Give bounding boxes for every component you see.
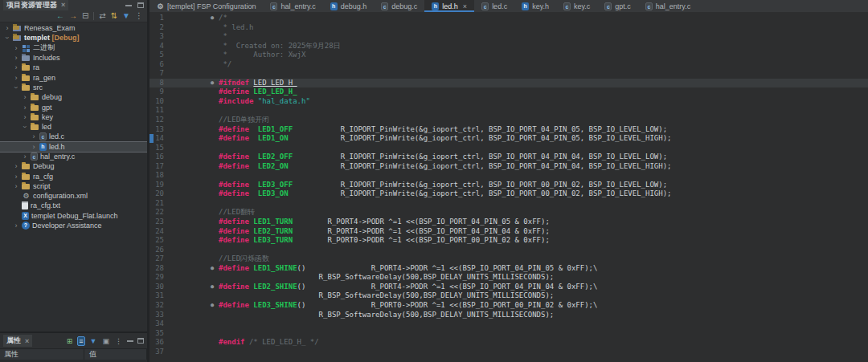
- fold-marker-icon[interactable]: ●: [211, 14, 214, 23]
- line-number[interactable]: 20: [149, 189, 164, 199]
- line-number[interactable]: 12: [149, 116, 164, 125]
- line-number[interactable]: 37: [149, 348, 164, 357]
- link-editor-icon[interactable]: ⇄: [99, 12, 105, 20]
- line-number[interactable]: 36: [149, 338, 164, 348]
- line-number[interactable]: 6: [149, 60, 164, 70]
- code-line[interactable]: 23#define LED1_TURN R_PORT4->PODR ^=1 <<…: [149, 218, 868, 227]
- tree-item-gpt[interactable]: ›gpt: [0, 102, 147, 112]
- tree-item-script[interactable]: ›script: [0, 181, 147, 191]
- code-line[interactable]: 9#define LED_LED_H_: [149, 87, 868, 97]
- close-icon[interactable]: ×: [25, 337, 29, 345]
- code-editor[interactable]: 1●/*2 * led.h3 *4 * Created on: 2025年9月2…: [149, 12, 868, 362]
- minimize-icon[interactable]: [125, 5, 132, 6]
- code-line[interactable]: 31 R_BSP_SoftwareDelay(500,BSP_DELAY_UNI…: [149, 291, 868, 301]
- expand-icon[interactable]: ›: [13, 182, 19, 190]
- tree-item-led[interactable]: ›led: [0, 122, 147, 132]
- code-line[interactable]: 16#define LED2_OFF R_IOPORT_PinWrite(&g_…: [149, 153, 868, 162]
- code-line[interactable]: 25#define LED3_TURN R_PORT0->PODR ^=1 <<…: [149, 236, 868, 246]
- code-line[interactable]: 11: [149, 106, 868, 116]
- fold-marker-icon[interactable]: ●: [211, 264, 214, 274]
- tree-item-hal_entry.c[interactable]: ›chal_entry.c: [0, 152, 147, 161]
- maximize-icon[interactable]: [137, 338, 144, 344]
- code-line[interactable]: 34: [149, 319, 868, 329]
- expand-icon[interactable]: ›: [22, 153, 28, 161]
- tree-item-Includes[interactable]: ›Includes: [0, 53, 147, 63]
- collapse-icon[interactable]: ›: [21, 124, 29, 130]
- code-line[interactable]: 4 * Created on: 2025年9月28日: [149, 42, 868, 51]
- line-number[interactable]: 13: [149, 125, 164, 135]
- expand-icon[interactable]: ›: [13, 44, 19, 52]
- tree-item-configuration.xml[interactable]: ⚙configuration.xml: [0, 191, 147, 201]
- code-line[interactable]: 6 */: [149, 60, 868, 70]
- editor-tab-debug.h[interactable]: hdebug.h: [323, 0, 375, 12]
- back-icon[interactable]: ←: [56, 12, 64, 20]
- editor-tab-debug.c[interactable]: cdebug.c: [374, 0, 424, 12]
- expand-icon[interactable]: ›: [22, 104, 28, 112]
- tree-item-二进制[interactable]: ›二进制: [0, 43, 147, 53]
- expand-icon[interactable]: ›: [22, 93, 28, 101]
- editor-tab-key.h[interactable]: hkey.h: [514, 0, 556, 12]
- line-number[interactable]: 16: [149, 153, 164, 162]
- code-line[interactable]: 33 R_BSP_SoftwareDelay(500,BSP_DELAY_UNI…: [149, 311, 868, 320]
- line-number[interactable]: 9: [149, 87, 164, 97]
- code-line[interactable]: 35: [149, 329, 868, 339]
- collapse-icon[interactable]: ›: [12, 84, 20, 91]
- line-number[interactable]: 7: [149, 69, 164, 79]
- tree-mode-icon[interactable]: ≡: [77, 336, 84, 346]
- expand-icon[interactable]: ›: [13, 162, 19, 170]
- maximize-icon[interactable]: [137, 2, 144, 8]
- view-menu-icon[interactable]: ⋮: [135, 12, 143, 20]
- line-number[interactable]: 19: [149, 181, 164, 190]
- tree-item-Debug[interactable]: ›Debug: [0, 161, 147, 171]
- code-line[interactable]: 15: [149, 144, 868, 153]
- expand-icon[interactable]: ›: [13, 173, 19, 181]
- code-line[interactable]: 30●#define LED2_SHINE() R_PORT4->PODR ^=…: [149, 283, 868, 292]
- line-number[interactable]: 15: [149, 144, 164, 153]
- line-number[interactable]: 34: [149, 319, 164, 329]
- tab-properties[interactable]: 属性 ×: [3, 335, 32, 347]
- line-number[interactable]: 23: [149, 218, 164, 227]
- show-categories-icon[interactable]: ⊞: [66, 337, 74, 345]
- project-tree[interactable]: ›Renesas_Exam›templet [Debug]›二进制›Includ…: [0, 22, 147, 331]
- line-number[interactable]: 3: [149, 32, 164, 42]
- code-line[interactable]: 7: [149, 69, 868, 79]
- pin-icon[interactable]: ▣: [101, 337, 110, 345]
- code-line[interactable]: 2 * led.h: [149, 23, 868, 33]
- code-line[interactable]: 28●#define LED1_SHINE() R_PORT4->PODR ^=…: [149, 264, 868, 274]
- expand-icon[interactable]: ›: [13, 54, 19, 62]
- line-number[interactable]: 22: [149, 208, 164, 218]
- tree-item-led.c[interactable]: ›cled.c: [0, 132, 147, 141]
- expand-icon[interactable]: ›: [31, 132, 37, 140]
- expand-icon[interactable]: ›: [13, 222, 19, 230]
- value-column-header[interactable]: 值: [84, 349, 147, 360]
- collapse-icon[interactable]: ›: [3, 35, 11, 41]
- code-line[interactable]: 36#endif /* LED_LED_H_ */: [149, 338, 868, 348]
- code-line[interactable]: 29 R_BSP_SoftwareDelay(500,BSP_DELAY_UNI…: [149, 273, 868, 283]
- tree-item-led.h[interactable]: ›hled.h: [0, 142, 147, 152]
- line-number[interactable]: 4: [149, 42, 164, 51]
- tree-item-Renesas_Exam[interactable]: ›Renesas_Exam: [0, 23, 147, 33]
- editor-tab-led.h[interactable]: hled.h×: [424, 0, 474, 12]
- code-line[interactable]: 17#define LED2_ON R_IOPORT_PinWrite(&g_i…: [149, 162, 868, 172]
- editor-tab-hal-entry.c[interactable]: chal_entry.c: [638, 0, 698, 12]
- code-line[interactable]: 3 *: [149, 32, 868, 42]
- expand-icon[interactable]: ›: [13, 74, 19, 82]
- line-number[interactable]: 21: [149, 199, 164, 209]
- tree-item-templet Debug_Flat.launch[interactable]: Xtemplet Debug_Flat.launch: [0, 211, 147, 221]
- code-line[interactable]: 5 * Author: XwjX: [149, 51, 868, 60]
- code-line[interactable]: 8●#ifndef LED_LED_H_: [149, 79, 868, 88]
- code-line[interactable]: 24#define LED2_TURN R_PORT4->PODR ^=1 <<…: [149, 227, 868, 237]
- editor-tab-gpt.c[interactable]: cgpt.c: [597, 0, 638, 12]
- collapse-all-icon[interactable]: ⊟: [82, 12, 88, 20]
- code-line[interactable]: 18: [149, 171, 868, 181]
- code-line[interactable]: 14#define LED1_ON R_IOPORT_PinWrite(&g_i…: [149, 134, 868, 144]
- code-line[interactable]: 1●/*: [149, 14, 868, 23]
- editor-tab-hal-entry.c[interactable]: chal_entry.c: [263, 0, 322, 12]
- tree-item-debug[interactable]: ›debug: [0, 92, 147, 102]
- line-number[interactable]: 31: [149, 291, 164, 301]
- view-menu-icon[interactable]: ⋮: [114, 337, 123, 345]
- line-number[interactable]: 11: [149, 106, 164, 116]
- filter-icon[interactable]: ▼: [89, 337, 98, 345]
- expand-icon[interactable]: ›: [31, 143, 37, 151]
- expand-selected-icon[interactable]: ⇅: [111, 12, 117, 20]
